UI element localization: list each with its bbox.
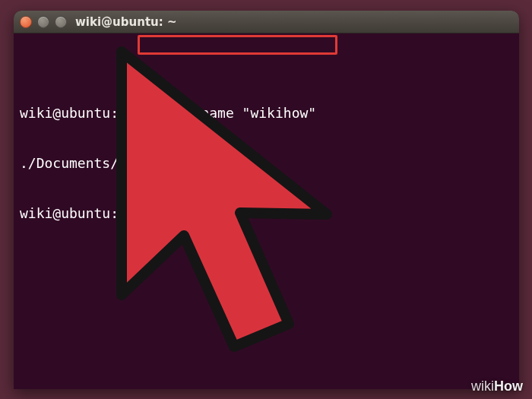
terminal-window: wiki@ubuntu: ~ wiki@ubuntu:~$ find -inam…	[14, 11, 519, 389]
output-text: ./Documents/wikihow	[20, 155, 176, 172]
shell-prompt: wiki@ubuntu:~$	[20, 205, 135, 222]
terminal-line-3: wiki@ubuntu:~$	[20, 205, 513, 222]
command-highlight-box	[138, 35, 337, 55]
terminal-body[interactable]: wiki@ubuntu:~$ find -iname "wikihow" ./D…	[14, 33, 519, 261]
text-cursor-icon	[145, 205, 154, 220]
wikihow-watermark: wikiHow	[471, 378, 523, 394]
window-titlebar: wiki@ubuntu: ~	[14, 11, 519, 33]
maximize-icon[interactable]	[55, 16, 67, 28]
terminal-line-1: wiki@ubuntu:~$ find -iname "wikihow"	[20, 105, 513, 122]
shell-prompt: wiki@ubuntu:~$	[20, 105, 135, 122]
terminal-line-2: ./Documents/wikihow	[20, 155, 513, 172]
window-title: wiki@ubuntu: ~	[75, 15, 177, 29]
minimize-icon[interactable]	[37, 16, 49, 28]
close-icon[interactable]	[20, 16, 32, 28]
command-text: find -iname "wikihow"	[144, 105, 317, 122]
